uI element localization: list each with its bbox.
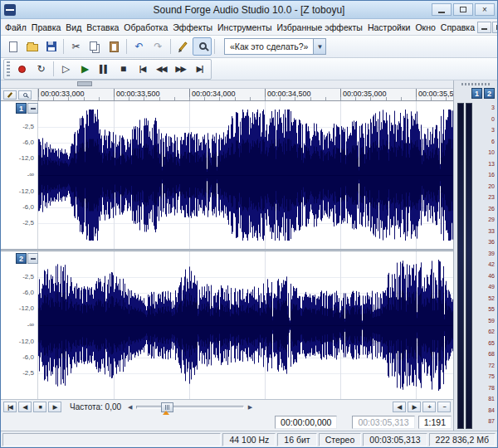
undo-button[interactable]: ↶ xyxy=(129,37,149,56)
menu-item-9[interactable]: Настройки xyxy=(365,21,413,34)
maximize-button[interactable] xyxy=(453,3,473,16)
edit-tool-button[interactable] xyxy=(173,37,193,56)
meter-grip[interactable] xyxy=(454,80,497,88)
menu-items: ФайлПравкаВидВставкаОбработкаЭффектыИнст… xyxy=(2,21,477,34)
rewind-button[interactable]: ◀◀ xyxy=(152,60,171,78)
playbar-stop-button[interactable]: ■ xyxy=(33,402,46,412)
menu-item-10[interactable]: Окно xyxy=(413,21,437,34)
scrub-control[interactable]: ◀ ▶ xyxy=(128,402,252,413)
meter-scale-label: 78 xyxy=(488,385,495,391)
playbar-play-button[interactable]: ▶ xyxy=(48,402,61,412)
zoom-out-button[interactable]: − xyxy=(437,402,451,412)
meter-channel-1-badge[interactable]: 1 xyxy=(471,88,482,99)
play-button[interactable]: ▶ xyxy=(76,60,95,78)
paste-button[interactable] xyxy=(105,37,124,56)
menu-item-7[interactable]: Инструменты xyxy=(215,21,274,34)
forward-icon: ▶▶ xyxy=(176,66,186,73)
waveform-channel-1[interactable] xyxy=(38,101,453,249)
level-ruler-1[interactable]: 1 -2,5-6,0-12,0-∞-12,0-6,0-2,5 xyxy=(1,101,38,249)
channel-2-badge[interactable]: 2 xyxy=(16,253,27,264)
new-file-button[interactable] xyxy=(3,37,22,56)
frequency-label: Частота: 0,00 xyxy=(70,402,121,411)
play-all-icon: ▷ xyxy=(62,64,70,74)
meter-bar-right xyxy=(466,103,472,429)
meter-channel-2-badge[interactable]: 2 xyxy=(484,88,495,99)
scrub-right-arrow-icon[interactable]: ▶ xyxy=(248,404,252,411)
forward-button[interactable]: ▶▶ xyxy=(171,60,190,78)
cut-button[interactable]: ✂ xyxy=(66,37,85,56)
playbar-rewind-button[interactable]: ◀ xyxy=(18,402,32,412)
menu-item-4[interactable]: Вставка xyxy=(84,21,121,34)
selection-length-display[interactable]: 00:03:05,313 xyxy=(352,416,414,429)
channel-1: 1 -2,5-6,0-12,0-∞-12,0-6,0-2,5 xyxy=(1,101,453,249)
time-ruler[interactable]: 00:00:33,00000:00:33,50000:00:34,00000:0… xyxy=(38,89,453,100)
doc-minimize-button[interactable] xyxy=(477,22,491,33)
meter-scale-label: 20 xyxy=(488,183,495,189)
ruler-label: 00:00:35,000 xyxy=(343,90,387,98)
status-free-space: 222 836,2 Мб xyxy=(429,433,496,446)
help-combo[interactable]: «Как это сделать?» ▼ xyxy=(224,38,326,55)
meter-scale-label: 62 xyxy=(488,329,495,334)
zoom-in-button[interactable]: + xyxy=(422,402,436,412)
db-label: -6,0 xyxy=(22,289,34,296)
scrub-groove[interactable] xyxy=(136,406,244,409)
position-display[interactable]: 00:00:00,000 xyxy=(275,416,337,429)
status-sample-rate: 44 100 Hz xyxy=(222,433,276,446)
minimize-button[interactable] xyxy=(432,3,452,16)
close-button[interactable]: × xyxy=(475,3,495,16)
magnifier-icon xyxy=(199,42,207,50)
toolbar-separator xyxy=(170,39,171,54)
magnify-tool-button[interactable] xyxy=(193,37,212,56)
overview-bar[interactable] xyxy=(1,80,453,89)
menu-item-5[interactable]: Обработка xyxy=(121,21,170,34)
ruler-label: 00:00:33,000 xyxy=(41,90,85,98)
window-controls: × xyxy=(432,3,497,16)
stop-button[interactable]: ■ xyxy=(114,60,133,78)
copy-button[interactable] xyxy=(85,37,105,56)
go-to-end-button[interactable]: ▶| xyxy=(190,60,209,78)
scroll-right-button[interactable]: ▶ xyxy=(408,402,421,412)
channel-2-minimize-button[interactable] xyxy=(27,253,38,264)
stop-icon: ■ xyxy=(120,64,126,74)
menu-item-11[interactable]: Справка xyxy=(438,21,477,34)
go-to-start-icon: |◀ xyxy=(139,66,145,73)
meter-scale-label: 6 xyxy=(491,139,495,144)
channel-2: 2 -2,5-6,0-12,0-∞-12,0-6,0-2,5 xyxy=(1,251,453,399)
ruler-tick xyxy=(265,89,266,100)
menu-item-3[interactable]: Вид xyxy=(63,21,84,34)
scrub-left-arrow-icon[interactable]: ◀ xyxy=(128,404,132,411)
channel-1-badge[interactable]: 1 xyxy=(16,103,27,114)
menu-item-6[interactable]: Эффекты xyxy=(170,21,215,34)
overview-thumb[interactable] xyxy=(77,81,92,86)
redo-button[interactable]: ↷ xyxy=(149,37,168,56)
loop-playback-button[interactable]: ↻ xyxy=(32,60,51,78)
transport-toolbar: ↻ ▷ ▶ ▌▌ ■ |◀ ◀◀ ▶▶ ▶| xyxy=(1,58,497,80)
meter-scale-label: 42 xyxy=(488,261,495,267)
playbar-go-to-start-button[interactable]: |◀ xyxy=(3,402,17,412)
channel-1-minimize-button[interactable] xyxy=(27,103,38,114)
ruler-corner xyxy=(1,89,38,100)
go-to-start-button[interactable]: |◀ xyxy=(133,60,152,78)
meter-bars xyxy=(457,103,472,429)
zoom-tool-button[interactable] xyxy=(18,90,32,100)
menu-item-8[interactable]: Избранные эффекты xyxy=(275,21,365,34)
scroll-left-button[interactable]: ◀ xyxy=(393,402,406,412)
chevron-down-icon[interactable]: ▼ xyxy=(313,39,325,54)
save-file-button[interactable] xyxy=(42,37,61,56)
meter-scale-label: 59 xyxy=(488,318,495,324)
drag-grip[interactable] xyxy=(7,61,10,76)
data-window: 00:00:33,00000:00:33,50000:00:34,00000:0… xyxy=(1,80,453,431)
level-ruler-2[interactable]: 2 -2,5-6,0-12,0-∞-12,0-6,0-2,5 xyxy=(1,251,38,399)
meter-scale-label: 84 xyxy=(488,407,495,413)
doc-restore-button[interactable] xyxy=(492,22,498,33)
edit-cursor-button[interactable] xyxy=(3,90,17,100)
play-all-button[interactable]: ▷ xyxy=(56,60,76,78)
ruler-label: 00:00:34,000 xyxy=(192,90,236,98)
open-file-button[interactable] xyxy=(22,37,42,56)
pause-button[interactable]: ▌▌ xyxy=(95,60,114,78)
waveform-channel-2[interactable] xyxy=(38,251,453,399)
record-button[interactable] xyxy=(12,60,32,78)
menu-item-2[interactable]: Правка xyxy=(29,21,63,34)
menu-item-1[interactable]: Файл xyxy=(2,21,29,34)
zoom-ratio-display[interactable]: 1:191 xyxy=(418,416,452,429)
